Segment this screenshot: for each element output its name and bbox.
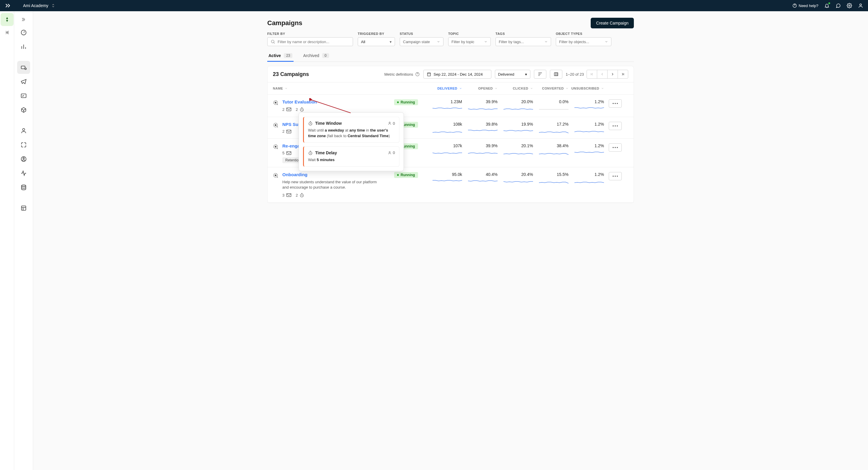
- campaigns-table: 23 Campaigns Metric definitions Sep 22, …: [267, 66, 634, 203]
- nav-dashboard[interactable]: [17, 26, 30, 39]
- tab-archived[interactable]: Archived 0: [302, 51, 330, 61]
- metric-select[interactable]: Delivered ▾: [495, 70, 530, 79]
- popover-user-count: 0: [388, 151, 395, 155]
- nav-deliveries[interactable]: [17, 103, 30, 117]
- svg-point-40: [617, 147, 618, 148]
- converted-value: 15.5%: [557, 172, 568, 177]
- row-more-button[interactable]: [609, 122, 622, 130]
- status-select[interactable]: Campaign state: [400, 37, 443, 46]
- columns-button[interactable]: [550, 70, 562, 79]
- col-unsubscribed[interactable]: UNSUBSCRIBED: [568, 87, 604, 90]
- nav-transactional[interactable]: [17, 89, 30, 102]
- create-campaign-button[interactable]: Create Campaign: [591, 18, 634, 28]
- message-count: 2: [282, 129, 291, 134]
- tags-select[interactable]: Filter by tags...: [495, 37, 551, 46]
- svg-point-42: [275, 175, 276, 176]
- pager: 1–20 of 23: [566, 70, 628, 79]
- nav-integrations[interactable]: [17, 138, 30, 151]
- sidebar-outer: [0, 11, 14, 470]
- sort-button[interactable]: [534, 70, 546, 79]
- pager-prev[interactable]: [597, 70, 608, 79]
- nav-segments[interactable]: [17, 153, 30, 165]
- object-types-select[interactable]: Filter by objects...: [556, 37, 611, 46]
- sidebar-expand-icon[interactable]: [18, 14, 29, 25]
- delivered-value: 1.23M: [451, 99, 462, 104]
- status-badge: Running: [394, 99, 418, 105]
- campaign-type-icon: [273, 100, 279, 112]
- col-delivered[interactable]: DELIVERED: [427, 87, 462, 90]
- workspace-name-text: Ami Academy: [23, 3, 49, 8]
- svg-rect-15: [554, 73, 558, 76]
- nav-analytics[interactable]: [17, 40, 30, 53]
- nav-campaigns[interactable]: [17, 61, 30, 74]
- chevron-down-icon: [484, 40, 488, 43]
- app-logo-icon: [5, 2, 11, 9]
- chevron-down-icon: ▾: [390, 40, 392, 44]
- campaign-title-link[interactable]: Tutor Evaluation: [282, 99, 317, 104]
- metric-definitions-link[interactable]: Metric definitions: [384, 72, 420, 76]
- workspace-switcher[interactable]: Ami Academy: [23, 3, 56, 8]
- topic-label: TOPIC: [448, 32, 491, 35]
- tab-archived-count: 0: [322, 53, 329, 58]
- nav-data[interactable]: [17, 181, 30, 194]
- campaign-title-link[interactable]: NPS Sur: [282, 122, 300, 127]
- svg-point-38: [613, 147, 614, 148]
- col-opened[interactable]: OPENED: [462, 87, 498, 90]
- unsubscribed-value: 1.2%: [594, 99, 604, 104]
- svg-point-46: [615, 176, 616, 177]
- svg-point-45: [613, 176, 614, 177]
- chat-icon[interactable]: [835, 3, 841, 8]
- delay-count: 2: [296, 192, 304, 198]
- svg-rect-31: [287, 130, 291, 133]
- chevron-down-icon: [437, 40, 440, 43]
- row-more-button[interactable]: [609, 172, 622, 180]
- svg-rect-18: [287, 108, 291, 111]
- campaign-type-icon: [273, 122, 279, 134]
- filter-search-field[interactable]: [278, 40, 350, 44]
- row-more-button[interactable]: [609, 144, 622, 152]
- tab-active-count: 23: [284, 53, 292, 58]
- converted-value: 38.4%: [557, 144, 568, 148]
- opened-value: 39.8%: [486, 122, 498, 127]
- popover-card-time-delay: Time Delay 0 Wait 5 minutes: [303, 146, 399, 167]
- sidebar-app-1[interactable]: [1, 13, 13, 26]
- triggered-by-select[interactable]: All ▾: [358, 37, 395, 46]
- table-header-row: NAME DELIVERED OPENED CLICKED CONVERTED …: [268, 82, 633, 95]
- clicked-value: 19.9%: [521, 122, 533, 127]
- svg-point-21: [613, 103, 614, 104]
- campaign-title-link[interactable]: Onboarding: [282, 172, 377, 177]
- pager-last[interactable]: [618, 70, 628, 79]
- notifications-icon[interactable]: [824, 3, 830, 8]
- pager-next[interactable]: [607, 70, 618, 79]
- filter-search-input[interactable]: [267, 37, 353, 46]
- nav-broadcasts[interactable]: [17, 75, 30, 88]
- col-name[interactable]: NAME: [273, 87, 394, 90]
- message-count: 5: [282, 151, 291, 155]
- date-range-picker[interactable]: Sep 22, 2024 - Dec 14, 2024: [423, 70, 491, 79]
- svg-point-17: [275, 102, 276, 103]
- col-converted[interactable]: CONVERTED: [533, 87, 568, 90]
- sidebar-app-2[interactable]: [1, 26, 13, 39]
- nav-content[interactable]: [17, 201, 30, 215]
- row-more-button[interactable]: [609, 99, 622, 107]
- page-title: Campaigns: [267, 19, 303, 27]
- nav-people[interactable]: [17, 124, 30, 137]
- status-badge: Running: [394, 172, 418, 178]
- profile-icon[interactable]: [858, 3, 863, 8]
- nav-activity[interactable]: [17, 167, 30, 180]
- campaign-type-icon: [273, 144, 279, 162]
- col-clicked[interactable]: CLICKED: [498, 87, 533, 90]
- svg-point-34: [617, 125, 618, 127]
- need-help-link[interactable]: Need help?: [792, 3, 818, 8]
- topic-select[interactable]: Filter by topic: [448, 37, 491, 46]
- message-count: 2: [282, 107, 291, 112]
- clicked-value: 20.0%: [521, 99, 533, 104]
- svg-point-12: [271, 40, 274, 43]
- pager-first[interactable]: [587, 70, 597, 79]
- clicked-value: 20.1%: [521, 144, 533, 148]
- svg-rect-37: [287, 151, 291, 155]
- tab-active[interactable]: Active 23: [267, 51, 293, 61]
- svg-point-2: [860, 4, 862, 6]
- settings-icon[interactable]: [847, 3, 852, 8]
- unsubscribed-value: 1.2%: [594, 172, 604, 177]
